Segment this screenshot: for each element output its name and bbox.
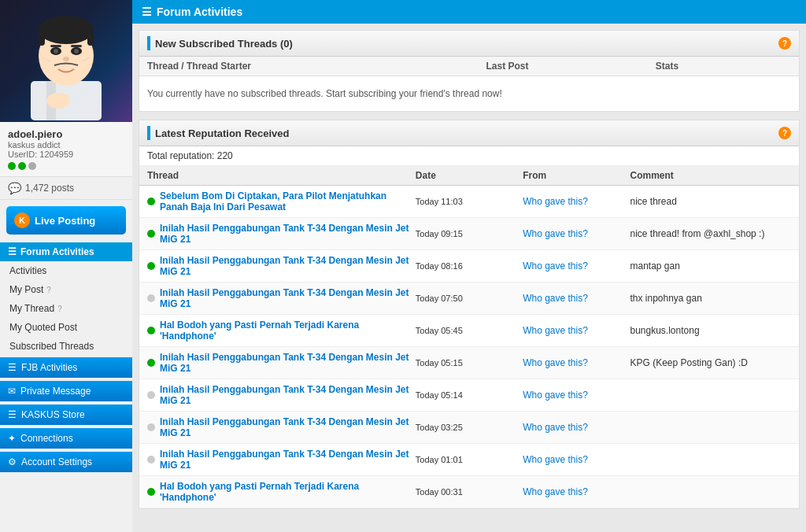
- thread-link[interactable]: Inilah Hasil Penggabungan Tank T-34 Deng…: [160, 384, 416, 406]
- connections-button[interactable]: ✦ Connections: [0, 428, 132, 449]
- rep-from-cell: Who gave this?: [523, 260, 630, 272]
- rep-dot: [147, 327, 155, 334]
- rep-dot: [147, 198, 155, 205]
- thread-link[interactable]: Hal Bodoh yang Pasti Pernah Terjadi Kare…: [160, 481, 416, 503]
- sidebar-item-activities[interactable]: Activities: [0, 261, 132, 280]
- rep-col-thread-header: Thread: [147, 170, 416, 181]
- rep-dot: [147, 230, 155, 238]
- rep-dot: [147, 359, 155, 367]
- svg-point-10: [74, 49, 79, 54]
- thread-link[interactable]: Inilah Hasil Penggabungan Tank T-34 Deng…: [160, 416, 416, 438]
- rep-dot: [147, 456, 155, 464]
- who-gave-link[interactable]: Who gave this?: [523, 325, 588, 336]
- rep-from-cell: Who gave this?: [523, 228, 630, 239]
- rep-col-date-header: Date: [416, 170, 523, 181]
- who-gave-link[interactable]: Who gave this?: [523, 293, 588, 304]
- subscribed-header-left: New Subscribed Threads (0): [147, 36, 293, 50]
- rep-thread-cell: Inilah Hasil Penggabungan Tank T-34 Deng…: [147, 287, 416, 309]
- reputation-help-button[interactable]: ?: [778, 127, 791, 139]
- account-settings-button[interactable]: ⚙ Account Settings: [0, 452, 132, 472]
- private-message-button[interactable]: ✉ Private Message: [0, 381, 132, 401]
- live-posting-button[interactable]: K Live Posting: [6, 206, 126, 235]
- connections-icon: ✦: [8, 433, 16, 444]
- col-last-header: Last Post: [486, 61, 656, 72]
- rep-from-cell: Who gave this?: [523, 293, 630, 304]
- who-gave-link[interactable]: Who gave this?: [523, 260, 588, 272]
- blue-bar-icon: [147, 36, 150, 50]
- thread-link[interactable]: Hal Bodoh yang Pasti Pernah Terjadi Kare…: [160, 320, 416, 342]
- my-quoted-post-label: My Quoted Post: [9, 322, 77, 333]
- reputation-section: Latest Reputation Received ? Total reput…: [139, 120, 800, 509]
- rep-date-cell: Today 05:14: [416, 390, 523, 400]
- total-reputation: Total reputation: 220: [139, 146, 799, 166]
- rep-date-cell: Today 03:25: [416, 423, 523, 432]
- rep-comment-cell: mantap gan: [630, 260, 791, 272]
- sidebar-item-subscribed-threads[interactable]: Subscribed Threads: [0, 337, 132, 356]
- thread-link[interactable]: Inilah Hasil Penggabungan Tank T-34 Deng…: [160, 255, 416, 277]
- kaskus-store-label: KASKUS Store: [21, 409, 85, 420]
- kaskus-store-button[interactable]: ☰ KASKUS Store: [0, 405, 132, 425]
- thread-link[interactable]: Inilah Hasil Penggabungan Tank T-34 Deng…: [160, 223, 416, 245]
- page-header-icon: ☰: [142, 6, 152, 18]
- rep-dot: [147, 262, 155, 270]
- my-thread-help-icon: ?: [57, 305, 62, 313]
- sidebar-section-forum-activities[interactable]: ☰ Forum Activities: [0, 242, 132, 261]
- activities-label: Activities: [9, 265, 46, 276]
- reputation-table-header: Thread Date From Comment: [139, 166, 799, 186]
- thread-link[interactable]: Sebelum Bom Di Ciptakan, Para Pilot Menj…: [160, 190, 416, 212]
- reputation-row: Inilah Hasil Penggabungan Tank T-34 Deng…: [139, 412, 799, 444]
- rep-date-cell: Today 07:50: [416, 294, 523, 303]
- username: adoel.piero: [8, 128, 124, 140]
- rep-from-cell: Who gave this?: [523, 196, 630, 207]
- my-post-help-icon: ?: [46, 286, 51, 294]
- who-gave-link[interactable]: Who gave this?: [523, 454, 588, 465]
- reputation-row: Inilah Hasil Penggabungan Tank T-34 Deng…: [139, 250, 799, 283]
- reputation-rows: Sebelum Bom Di Ciptakan, Para Pilot Menj…: [139, 186, 799, 508]
- rep-from-cell: Who gave this?: [523, 325, 630, 336]
- reputation-row: Inilah Hasil Penggabungan Tank T-34 Deng…: [139, 379, 799, 412]
- subscribed-header: New Subscribed Threads (0) ?: [139, 31, 799, 57]
- who-gave-link[interactable]: Who gave this?: [523, 486, 588, 497]
- rep-date-cell: Today 09:15: [416, 229, 523, 238]
- rep-date-cell: Today 08:16: [416, 261, 523, 271]
- sidebar-item-my-post[interactable]: My Post ?: [0, 280, 132, 299]
- fjb-activities-button[interactable]: ☰ FJB Activities: [0, 357, 132, 378]
- col-stats-header: Stats: [656, 61, 791, 72]
- user-role: kaskus addict: [8, 140, 124, 150]
- page-title: Forum Activities: [157, 6, 242, 18]
- sidebar-item-my-quoted-post[interactable]: My Quoted Post: [0, 318, 132, 337]
- rep-from-cell: Who gave this?: [523, 422, 630, 433]
- who-gave-link[interactable]: Who gave this?: [523, 357, 588, 368]
- account-settings-label: Account Settings: [21, 456, 92, 467]
- rep-comment-cell: nice thread: [630, 196, 791, 207]
- dot-1: [8, 162, 16, 170]
- thread-link[interactable]: Inilah Hasil Penggabungan Tank T-34 Deng…: [160, 449, 416, 471]
- rep-from-cell: Who gave this?: [523, 454, 630, 465]
- rep-thread-cell: Inilah Hasil Penggabungan Tank T-34 Deng…: [147, 449, 416, 471]
- rep-blue-bar: [147, 126, 150, 140]
- rep-thread-cell: Inilah Hasil Penggabungan Tank T-34 Deng…: [147, 223, 416, 245]
- who-gave-link[interactable]: Who gave this?: [523, 196, 588, 207]
- sidebar-item-my-thread[interactable]: My Thread ?: [0, 299, 132, 318]
- svg-point-4: [39, 16, 94, 44]
- reputation-row: Sebelum Bom Di Ciptakan, Para Pilot Menj…: [139, 186, 799, 218]
- who-gave-link[interactable]: Who gave this?: [523, 228, 588, 239]
- thread-link[interactable]: Inilah Hasil Penggabungan Tank T-34 Deng…: [160, 352, 416, 374]
- avatar-svg: [15, 2, 117, 120]
- rep-date-cell: Today 05:45: [416, 326, 523, 335]
- col-thread-header: Thread / Thread Starter: [147, 61, 486, 72]
- who-gave-link[interactable]: Who gave this?: [523, 390, 588, 401]
- svg-rect-19: [59, 93, 63, 105]
- fjb-label: FJB Activities: [21, 362, 77, 373]
- rep-from-cell: Who gave this?: [523, 390, 630, 401]
- rep-col-comment-header: Comment: [630, 170, 791, 181]
- subscribed-help-button[interactable]: ?: [778, 37, 791, 50]
- who-gave-link[interactable]: Who gave this?: [523, 422, 588, 433]
- rep-thread-cell: Inilah Hasil Penggabungan Tank T-34 Deng…: [147, 416, 416, 438]
- main-content: ☰ Forum Activities New Subscribed Thread…: [132, 0, 806, 532]
- thread-link[interactable]: Inilah Hasil Penggabungan Tank T-34 Deng…: [160, 287, 416, 309]
- reputation-row: Hal Bodoh yang Pasti Pernah Terjadi Kare…: [139, 315, 799, 347]
- rep-thread-cell: Hal Bodoh yang Pasti Pernah Terjadi Kare…: [147, 481, 416, 503]
- dot-2: [18, 162, 26, 170]
- reputation-row: Inilah Hasil Penggabungan Tank T-34 Deng…: [139, 283, 799, 315]
